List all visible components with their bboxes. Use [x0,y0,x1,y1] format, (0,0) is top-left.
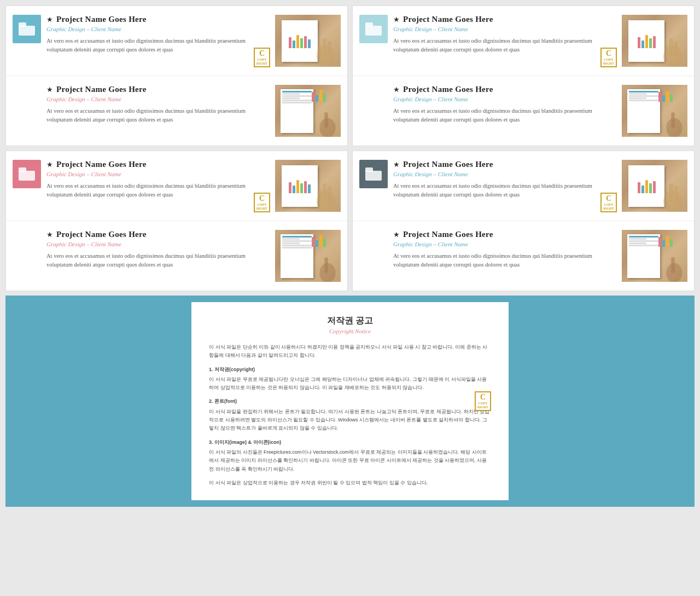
card-item-1: ★ Project Name Goes Here Graphic Design … [6,6,347,76]
card-subtitle-4: Graphic Design – Client Name [393,96,616,102]
card-image-3 [622,15,687,67]
photo-doc-4 [622,85,687,137]
card-icon-5 [13,160,41,188]
hand-svg-3 [658,31,687,67]
copyright-intro: 이 서식 파일은 단순히 이와 같이 사용하시다 하겠지만 이용 정책을 공지하… [209,343,491,360]
copyright-title-kr: 저작권 공고 [209,315,491,327]
bar [658,237,661,247]
card-subtitle-7: Graphic Design – Client Name [393,171,616,177]
bar [641,186,644,193]
card-panel-left-2: ★ Project Name Goes Here Graphic Design … [5,151,348,291]
card-content-5: ★ Project Name Goes Here Graphic Design … [46,160,270,212]
card-icon-7 [359,160,388,188]
card-subtitle-8: Graphic Design – Client Name [393,241,616,247]
badge-text-main: COPYRIGHT [477,402,488,409]
doc-line [282,236,312,238]
doc-line [282,95,312,97]
bar [638,182,640,193]
card-content-3: ★ Project Name Goes Here Graphic Design … [393,15,616,67]
badge-text-5: COPYRIGHT [256,203,267,211]
doc-line [629,238,646,240]
doc-line [282,91,312,92]
card-image-1 [275,15,341,67]
card-description-8: At vero eos et accusamus et iusto odio d… [393,252,616,269]
bar [649,183,652,193]
star-icon-8: ★ [393,230,400,239]
bar [319,235,322,247]
photo-doc-6 [275,230,341,282]
doc-line [282,242,300,244]
card-title-8: Project Name Goes Here [403,230,493,239]
card-panel-right-2: ★ Project Name Goes Here Graphic Design … [352,151,695,291]
card-title-row-3: ★ Project Name Goes Here [393,15,616,24]
mini-bars-2 [311,89,336,103]
card-badge-5: C COPYRIGHT [253,192,271,213]
bar [323,239,326,247]
card-title-5: Project Name Goes Here [56,160,147,169]
bar [666,91,669,102]
svg-rect-3 [318,43,322,56]
doc-line [282,100,312,101]
copyright-sec-2-title: 2. 폰트(font) [209,397,491,406]
card-icon-1 [13,15,41,43]
hand-svg-2 [314,106,341,137]
bar [649,38,652,48]
copyright-sec-3-text: 이 서식 파일의 사진들은 Freepictures.com이나 Vectors… [209,448,491,473]
star-icon-4: ★ [393,85,400,94]
doc-line [282,240,312,242]
star-icon-5: ★ [46,160,53,169]
card-title-4: Project Name Goes Here [403,85,493,94]
svg-rect-10 [671,112,675,128]
mini-bars-7 [637,178,657,194]
hand-svg-1 [311,31,341,67]
mini-bars-4 [657,89,682,103]
mini-bars-6 [311,234,336,248]
star-icon-2: ★ [46,85,53,94]
card-image-6 [275,230,341,282]
bar [658,92,661,102]
svg-rect-5 [324,112,328,128]
copyright-body: 이 서식 파일은 단순히 이와 같이 사용하시다 하겠지만 이용 정책을 공지하… [209,343,491,487]
card-badge-1: C COPYRIGHT [253,47,271,68]
card-panel-left-1: ★ Project Name Goes Here Graphic Design … [5,5,348,146]
doc-line [282,238,300,240]
badge-c-1: C COPYRIGHT [254,48,270,67]
cards-row-2: ★ Project Name Goes Here Graphic Design … [5,151,695,291]
hand-svg-6 [314,251,341,282]
bar [289,182,291,193]
bar [638,37,640,48]
card-icon-3 [359,15,388,43]
card-badge-3: C COPYRIGHT [600,47,617,68]
card-item-3: ★ Project Name Goes Here Graphic Design … [353,6,694,76]
bar [653,36,656,48]
badge-letter-5: C [259,194,265,203]
star-icon-7: ★ [393,160,400,169]
card-content-4: ★ Project Name Goes Here Graphic Design … [393,85,616,137]
svg-rect-8 [674,41,678,57]
mini-bars-1 [288,33,312,49]
copyright-sec-2-text: 이 서식 파일을 편집하기 위해서는 폰트가 필요합니다. 여기서 사용된 폰트… [209,408,491,433]
doc-line [629,245,658,246]
card-panel-right-1: ★ Project Name Goes Here Graphic Design … [352,5,695,146]
bar [670,239,673,247]
badge-c-3: C COPYRIGHT [600,48,617,67]
card-description-7: At vero eos et accusamus et iusto odio d… [393,182,616,199]
card-icon-4 [359,85,388,113]
card-icon-2 [13,85,41,113]
badge-c-main: C COPYRIGHT [475,391,491,411]
copyright-sec-3-title: 3. 이미지(image) & 아이콘(icon) [209,438,491,447]
card-item-7: ★ Project Name Goes Here Graphic Design … [353,151,694,221]
svg-rect-14 [318,188,322,201]
badge-text-1: COPYRIGHT [256,58,267,66]
bar [666,236,669,247]
copyright-sec-1-title: 1. 저작권(copyright) [209,366,491,374]
badge-text-3: COPYRIGHT [603,58,614,66]
doc-line [282,97,300,99]
photo-chart-7 [622,160,687,212]
card-item-2: ★ Project Name Goes Here Graphic Design … [6,76,347,146]
card-title-row-6: ★ Project Name Goes Here [46,230,270,239]
doc-line [629,95,658,97]
card-icon-8 [359,230,388,258]
photo-chart-3 [622,15,687,67]
svg-rect-21 [671,257,675,273]
